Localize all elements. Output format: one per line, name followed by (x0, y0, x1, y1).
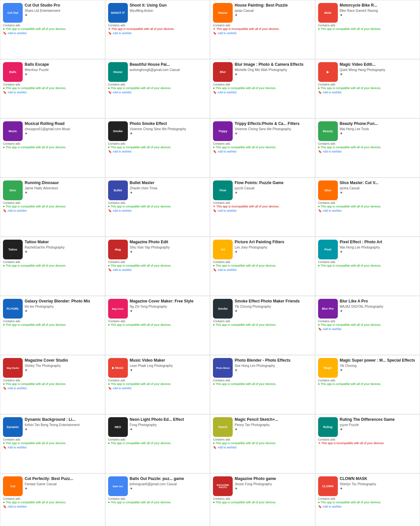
app-title[interactable]: Magazine Photo game (235, 476, 312, 482)
add-wishlist-button[interactable]: 🔖Add to wishlist (3, 446, 102, 449)
app-icon[interactable]: Photo Blend (213, 358, 233, 378)
add-wishlist-button[interactable]: 🔖Add to wishlist (318, 505, 417, 508)
app-icon[interactable]: Dynamic (3, 417, 23, 437)
add-wishlist-button[interactable]: 🔖Add to wishlist (3, 32, 102, 35)
app-title[interactable]: Pixel Effect : Photo Art (340, 240, 417, 245)
add-wishlist-button[interactable]: 🔖Add to wishlist (108, 268, 207, 272)
add-wishlist-button[interactable]: 🔖Add to wishlist (318, 327, 417, 331)
add-wishlist-button[interactable]: 🔖Add to wishlist (213, 91, 312, 94)
app-icon[interactable]: Mag (108, 240, 128, 259)
app-title[interactable]: Smoke Effect Photo Maker Friends (235, 299, 312, 304)
app-title[interactable]: Dynamic Background : Li... (25, 417, 102, 422)
app-icon[interactable]: Pencil (213, 417, 233, 437)
app-icon[interactable]: Blur (213, 62, 233, 82)
add-wishlist-button[interactable]: 🔖Add to wishlist (3, 209, 102, 212)
app-title[interactable]: Magazine Photo Edit (130, 240, 207, 245)
app-title[interactable]: Photo Blender - Photo Effects (235, 358, 312, 363)
app-title[interactable]: Magazine Cover Maker: Free Style (130, 299, 207, 304)
app-icon[interactable]: ▶ (318, 62, 338, 82)
app-icon[interactable]: NEO (108, 417, 128, 437)
add-wishlist-button[interactable]: 🔖Add to wishlist (213, 32, 312, 35)
app-title[interactable]: Musical Rolling Road (25, 121, 102, 127)
contains-ads-label: Contains ads (3, 201, 102, 204)
app-icon[interactable]: PLYGIRL (3, 299, 23, 319)
app-icon[interactable]: Smoke (213, 299, 233, 319)
add-wishlist-button[interactable]: 🔖Add to wishlist (318, 91, 417, 94)
app-title[interactable]: Shoot it: Using Gun (130, 3, 207, 8)
app-title[interactable]: House Painting: Best Puzzle (235, 3, 312, 8)
app-title[interactable]: Cut Out Studio Pro (25, 3, 102, 8)
app-title[interactable]: Magic Video Editi... (340, 62, 417, 67)
app-icon[interactable]: Tattoo (3, 240, 23, 259)
add-wishlist-button[interactable]: 🔖Add to wishlist (3, 91, 102, 94)
add-wishlist-button[interactable]: 🔖Add to wishlist (108, 387, 207, 390)
app-top: TattooTattoo MakerRachelGarXin Photograp… (3, 240, 102, 259)
app-icon[interactable]: House (108, 62, 128, 82)
add-wishlist-button[interactable]: 🔖Add to wishlist (3, 387, 102, 390)
app-title[interactable]: Motorcycle Bike R... (340, 3, 417, 8)
app-icon[interactable]: Flow (213, 180, 233, 200)
app-icon[interactable]: Music (3, 121, 23, 141)
add-wishlist-button[interactable]: 🔖Add to wishlist (108, 209, 207, 212)
add-wishlist-button[interactable]: 🔖Add to wishlist (108, 91, 207, 94)
app-icon[interactable]: Mag Studio (3, 358, 23, 378)
app-title[interactable]: Slice Master: Cut V... (340, 180, 417, 186)
app-author: qzsha Casual (340, 186, 417, 190)
app-title[interactable]: Magic Super power : M... Special Effects (340, 358, 417, 363)
app-title[interactable]: Running Dinosaur (25, 180, 102, 186)
app-title[interactable]: Music Video Maker (130, 358, 207, 363)
app-icon[interactable]: Balls (3, 62, 23, 82)
app-icon[interactable]: Cut (3, 476, 23, 496)
app-icon[interactable]: Moto (318, 3, 338, 23)
add-wishlist-button[interactable]: 🔖Add to wishlist (3, 505, 102, 508)
app-title[interactable]: Beautiful House Pai... (130, 62, 207, 67)
app-icon[interactable]: ▶ Music (108, 358, 128, 378)
add-wishlist-button[interactable]: 🔖Add to wishlist (213, 446, 312, 449)
app-title[interactable]: Blur Like A Pro (340, 299, 417, 304)
app-icon[interactable]: CLOWN (318, 476, 338, 496)
app-icon[interactable]: Balls Out (108, 476, 128, 496)
add-wishlist-button[interactable]: 🔖Add to wishlist (213, 150, 312, 153)
app-title[interactable]: Magazine Cover Studio (25, 358, 102, 363)
app-icon[interactable]: Blur Pro (318, 299, 338, 319)
app-icon[interactable]: MAGAZINE PHOTO (213, 476, 233, 496)
app-title[interactable]: Magic Pencil Sketch+... (235, 417, 312, 422)
app-icon[interactable]: Ruling (318, 417, 338, 437)
app-icon[interactable]: Bullet (108, 180, 128, 200)
app-title[interactable]: Balls Out Pazzle: puz... game (130, 476, 207, 482)
app-icon[interactable]: Cut Out (3, 3, 23, 23)
app-title[interactable]: Tattoo Maker (25, 240, 102, 245)
app-info: Photo Smoke EffectVivienne Chong Siew We… (130, 121, 207, 135)
app-title[interactable]: CLOWN MASK (340, 476, 417, 482)
app-title[interactable]: Photo Smoke Effect (130, 121, 207, 127)
app-title[interactable]: Balls Escape (25, 62, 102, 67)
app-title[interactable]: Blur Image : Photo & Camera Effects (235, 62, 312, 67)
app-title[interactable]: Picture Art Painting Filters (235, 240, 312, 245)
app-icon[interactable]: Dino (3, 180, 23, 200)
app-icon[interactable]: Mag Cover (108, 299, 128, 319)
add-wishlist-button[interactable]: 🔖Add to wishlist (108, 32, 207, 35)
app-icon[interactable]: Magic (318, 358, 338, 378)
add-wishlist-button[interactable]: 🔖Add to wishlist (318, 209, 417, 212)
app-title[interactable]: Galaxy Overlay Blender: Photo Mix (25, 299, 102, 304)
app-title[interactable]: Trippy Effects:Photo & Ca... Filters (235, 121, 312, 127)
add-wishlist-button[interactable]: 🔖Add to wishlist (213, 268, 312, 272)
app-icon[interactable]: Trippy (213, 121, 233, 141)
app-title[interactable]: Bullet Master (130, 180, 207, 186)
app-icon[interactable]: Art (213, 240, 233, 259)
app-title[interactable]: Flow Points: Puzzle Game (235, 180, 312, 186)
contains-ads-label: Contains ads (213, 142, 312, 145)
add-wishlist-button[interactable]: 🔖Add to wishlist (108, 150, 207, 153)
app-icon[interactable]: SHOOT IT (108, 3, 128, 23)
add-wishlist-button[interactable]: 🔖Add to wishlist (318, 150, 417, 153)
app-icon[interactable]: Smoke (108, 121, 128, 141)
app-title[interactable]: Ruling The Differences Game (340, 417, 417, 422)
app-title[interactable]: Beauty Phone:Fun... (340, 121, 417, 127)
app-icon[interactable]: Slice (318, 180, 338, 200)
app-title[interactable]: Cut Perfectly: Best Puzz... (25, 476, 102, 482)
app-icon[interactable]: Pixel (318, 240, 338, 259)
app-icon[interactable]: Beauty (318, 121, 338, 141)
app-title[interactable]: Neon Light Photo Ed... Effect (130, 417, 207, 422)
add-wishlist-button[interactable]: 🔖Add to wishlist (213, 209, 312, 212)
app-icon[interactable]: House (213, 3, 233, 23)
